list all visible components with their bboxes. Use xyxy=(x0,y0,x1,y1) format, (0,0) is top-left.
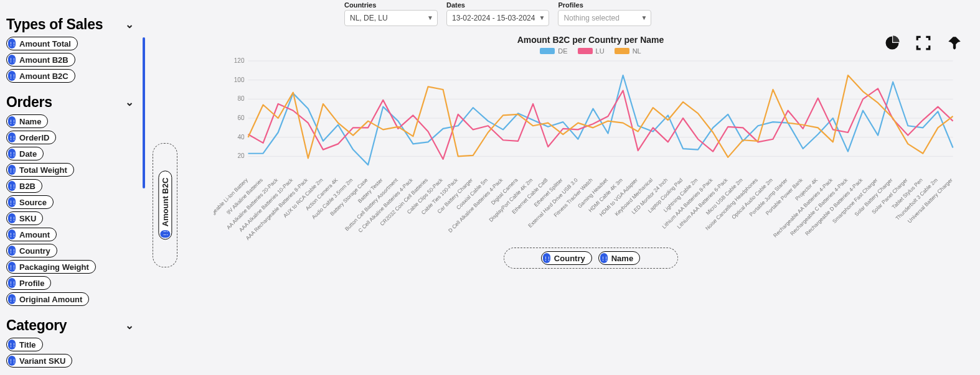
y-axis-pill[interactable]: Amount B2C xyxy=(158,171,172,240)
grip-icon xyxy=(8,197,16,207)
field-pill-label: Amount B2B xyxy=(19,55,68,65)
grip-icon xyxy=(543,253,550,263)
grip-icon xyxy=(8,165,16,175)
field-pill[interactable]: OrderID xyxy=(6,131,56,144)
field-pill-label: SKU xyxy=(19,214,36,223)
grip-icon xyxy=(8,132,16,142)
profiles-select[interactable]: Nothing selected ▼ xyxy=(558,10,651,26)
grip-icon xyxy=(8,181,16,191)
sidebar-divider xyxy=(143,37,145,188)
field-pill-label: Amount Total xyxy=(19,39,71,49)
grip-icon xyxy=(8,71,16,81)
chevron-down-icon: ⌄ xyxy=(125,96,134,109)
filter-label-profiles: Profiles xyxy=(558,1,651,9)
field-pill[interactable]: Source xyxy=(6,195,54,209)
section-header[interactable]: Orders⌄ xyxy=(6,94,134,111)
section-header[interactable]: Types of Sales⌄ xyxy=(6,16,134,33)
field-pill-label: Name xyxy=(19,117,41,126)
filter-label-dates: Dates xyxy=(446,1,549,9)
field-pill[interactable]: Amount B2C xyxy=(6,69,75,83)
chevron-down-icon: ⌄ xyxy=(125,319,134,332)
grip-icon xyxy=(8,116,16,126)
grip-icon xyxy=(160,230,170,238)
grip-icon xyxy=(8,294,16,304)
field-pill-label: Date xyxy=(19,149,37,159)
field-pill-label: OrderID xyxy=(19,133,49,142)
grip-icon xyxy=(8,278,16,288)
svg-text:60: 60 xyxy=(237,114,245,121)
field-pill-label: B2B xyxy=(19,182,35,191)
field-pill-label: Country xyxy=(19,246,50,256)
field-pill[interactable]: Country xyxy=(6,244,57,257)
sidebar: Types of Sales⌄Amount TotalAmount B2BAmo… xyxy=(0,0,140,375)
y-axis-pill-label: Amount B2C xyxy=(161,178,170,227)
chevron-down-icon: ⌄ xyxy=(125,18,134,31)
fullscreen-icon[interactable] xyxy=(914,34,933,52)
grip-icon xyxy=(8,213,16,223)
legend-swatch-nl xyxy=(615,48,629,54)
grip-icon xyxy=(8,229,16,239)
field-pill-label: Title xyxy=(19,340,36,350)
x-axis-dropzone[interactable]: Country Name xyxy=(504,248,678,269)
section-title: Types of Sales xyxy=(6,16,103,33)
filters-row: Countries NL, DE, LU ▼ Dates 13-02-2024 … xyxy=(189,0,974,30)
grip-icon xyxy=(8,149,16,159)
field-pill[interactable]: Amount Total xyxy=(6,37,78,50)
svg-text:20: 20 xyxy=(237,152,245,159)
field-pill[interactable]: Date xyxy=(6,147,44,160)
field-pill[interactable]: Variant SKU xyxy=(6,354,72,368)
y-axis-dropzone[interactable]: Amount B2C xyxy=(153,143,177,267)
field-pill-label: Source xyxy=(19,198,47,207)
section-title: Category xyxy=(6,317,67,334)
chart-panel: Amount B2C per Country per Name DE LU NL… xyxy=(189,30,974,375)
grip-icon xyxy=(600,253,608,263)
grip-icon xyxy=(8,39,16,49)
svg-text:120: 120 xyxy=(234,57,245,64)
pin-icon[interactable] xyxy=(945,34,964,52)
svg-text:80: 80 xyxy=(237,95,245,102)
field-pill[interactable]: Total Weight xyxy=(6,163,74,177)
x-axis-pill-country[interactable]: Country xyxy=(541,251,592,265)
grip-icon xyxy=(8,262,16,272)
chart-type-icon[interactable] xyxy=(883,34,902,52)
field-pill-label: Total Weight xyxy=(19,165,67,175)
field-pill[interactable]: B2B xyxy=(6,179,42,193)
chart-title: Amount B2C per Country per Name xyxy=(214,35,968,45)
grip-icon xyxy=(8,55,16,65)
main-panel: Countries NL, DE, LU ▼ Dates 13-02-2024 … xyxy=(182,0,980,375)
field-pill-label: Amount xyxy=(19,230,50,239)
field-pill[interactable]: Original Amount xyxy=(6,292,89,306)
field-pill-label: Packaging Weight xyxy=(19,262,89,272)
field-pill-label: Profile xyxy=(19,279,44,288)
svg-text:40: 40 xyxy=(237,134,245,141)
chevron-down-icon: ▼ xyxy=(539,14,545,21)
section-header[interactable]: Category⌄ xyxy=(6,317,134,334)
field-pill[interactable]: Title xyxy=(6,338,43,351)
field-pill[interactable]: Amount xyxy=(6,228,57,241)
countries-select[interactable]: NL, DE, LU ▼ xyxy=(344,10,438,26)
x-axis-pill-name[interactable]: Name xyxy=(598,251,640,265)
dates-select[interactable]: 13-02-2024 - 15-03-2024 ▼ xyxy=(446,10,549,26)
section-title: Orders xyxy=(6,94,52,111)
chevron-down-icon: ▼ xyxy=(641,14,648,21)
grip-icon xyxy=(8,356,16,366)
field-pill[interactable]: Packaging Weight xyxy=(6,260,96,274)
chart-legend: DE LU NL xyxy=(214,47,968,55)
field-pill[interactable]: Name xyxy=(6,114,48,128)
legend-swatch-de xyxy=(540,48,555,54)
field-pill[interactable]: Profile xyxy=(6,276,51,290)
grip-icon xyxy=(8,246,16,256)
chevron-down-icon: ▼ xyxy=(427,14,433,21)
field-pill[interactable]: Amount B2B xyxy=(6,53,75,67)
field-pill-label: Original Amount xyxy=(19,295,82,304)
field-pill-label: Variant SKU xyxy=(19,356,65,366)
legend-swatch-lu xyxy=(578,48,593,54)
filter-label-countries: Countries xyxy=(344,1,438,9)
grip-icon xyxy=(8,340,16,350)
svg-text:100: 100 xyxy=(234,76,245,83)
field-pill-label: Amount B2C xyxy=(19,72,68,81)
line-chart: 2040608010012018650 Rechargeable Li-Ion … xyxy=(214,57,968,244)
field-pill[interactable]: SKU xyxy=(6,211,43,225)
